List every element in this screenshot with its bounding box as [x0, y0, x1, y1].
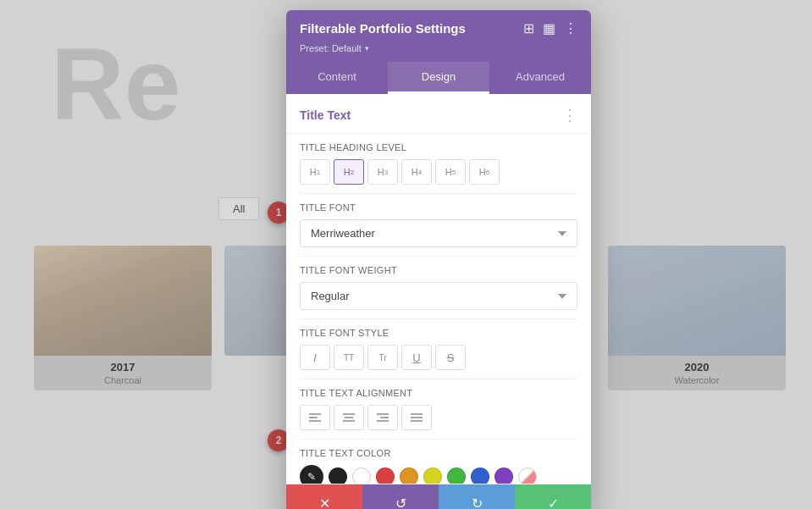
swatch-purple[interactable] [494, 468, 513, 484]
confirm-button[interactable]: ✓ [515, 484, 591, 509]
preset-chevron: ▾ [365, 44, 369, 53]
swatch-red[interactable] [376, 468, 395, 484]
settings-panel: Filterable Portfolio Settings ⊞ ▦ ⋮ Pres… [286, 10, 591, 509]
heading-h6-btn[interactable]: H6 [469, 159, 500, 185]
font-select[interactable]: Merriweather [300, 219, 577, 247]
heading-h1-btn[interactable]: H1 [300, 159, 330, 185]
heading-levels-group: H1 H2 H3 H4 H5 H6 [300, 159, 577, 185]
undo-button[interactable]: ↺ [362, 484, 439, 509]
tab-advanced[interactable]: Advanced [489, 62, 591, 94]
font-weight-row: Title Font Weight Regular [286, 257, 591, 318]
swatch-yellow[interactable] [423, 468, 442, 484]
align-right-btn[interactable] [367, 405, 398, 430]
italic-btn[interactable]: I [300, 345, 330, 370]
font-style-label: Title Font Style [300, 328, 577, 338]
swatch-green[interactable] [447, 468, 466, 484]
font-style-row: Title Font Style I TT Tr U S [286, 319, 591, 379]
section-title: Title Text [300, 108, 351, 122]
capitalize-btn[interactable]: Tr [367, 345, 398, 370]
grid-icon[interactable]: ⊞ [523, 20, 534, 36]
more-icon[interactable]: ⋮ [564, 20, 577, 36]
panel-header: Filterable Portfolio Settings ⊞ ▦ ⋮ Pres… [286, 10, 591, 62]
text-color-row: Title Text Color ✎ [286, 440, 591, 484]
align-left-btn[interactable] [300, 405, 330, 430]
heading-level-label: Title Heading Level [300, 142, 577, 152]
align-justify-btn[interactable] [401, 405, 432, 430]
panel-tabs: Content Design Advanced [286, 62, 591, 94]
heading-h4-btn[interactable]: H4 [401, 159, 432, 185]
font-weight-label: Title Font Weight [300, 265, 577, 275]
section-header: Title Text ⋮ [286, 94, 591, 134]
align-center-btn[interactable] [334, 405, 364, 430]
heading-level-row: Title Heading Level H1 H2 H3 H4 H5 H6 [286, 134, 591, 193]
panel-header-top: Filterable Portfolio Settings ⊞ ▦ ⋮ [300, 20, 577, 36]
swatch-white[interactable] [352, 468, 371, 484]
text-align-row: Title Text Alignment [286, 379, 591, 439]
redo-button[interactable]: ↻ [439, 484, 515, 509]
swatch-black[interactable] [329, 468, 347, 484]
heading-h2-btn[interactable]: H2 [334, 159, 364, 185]
cancel-button[interactable]: ✕ [286, 484, 362, 509]
font-label: Title Font [300, 202, 577, 213]
panel-title: Filterable Portfolio Settings [300, 21, 466, 36]
color-swatches-group: ✎ [300, 465, 577, 484]
heading-h3-btn[interactable]: H3 [367, 159, 398, 185]
strikethrough-btn[interactable]: S [435, 345, 466, 370]
swatch-custom[interactable] [518, 468, 537, 484]
uppercase-btn[interactable]: TT [334, 345, 364, 370]
font-weight-select[interactable]: Regular [300, 282, 577, 310]
panel-preset[interactable]: Preset: Default ▾ [300, 43, 577, 53]
section-menu-icon[interactable]: ⋮ [562, 106, 577, 124]
style-buttons-group: I TT Tr U S [300, 345, 577, 370]
heading-h5-btn[interactable]: H5 [435, 159, 466, 185]
tab-design[interactable]: Design [388, 62, 489, 94]
tab-content[interactable]: Content [286, 62, 388, 94]
underline-btn[interactable]: U [401, 345, 432, 370]
align-buttons-group [300, 405, 577, 430]
panel-header-icons: ⊞ ▦ ⋮ [523, 20, 577, 36]
swatch-orange[interactable] [400, 468, 418, 484]
text-align-label: Title Text Alignment [300, 388, 577, 398]
swatch-blue[interactable] [471, 468, 489, 484]
color-picker-btn[interactable]: ✎ [300, 465, 323, 484]
font-row: Title Font Merriweather [286, 194, 591, 256]
panel-footer: ✕ ↺ ↻ ✓ [286, 484, 591, 509]
text-color-label: Title Text Color [300, 448, 577, 458]
panel-body: Title Text ⋮ Title Heading Level H1 H2 H… [286, 94, 591, 484]
pencil-icon: ✎ [307, 471, 316, 483]
columns-icon[interactable]: ▦ [543, 20, 555, 36]
